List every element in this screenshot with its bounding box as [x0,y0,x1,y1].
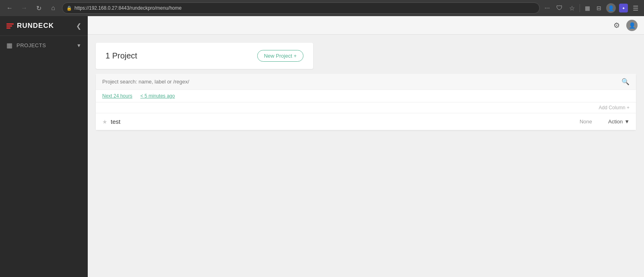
profile-avatar-icon: 👤 [608,5,614,11]
action-label: Action [608,119,623,125]
sidebar-logo: RUNDECK [6,22,54,30]
next-24-hours-label: Next 24 hours [102,93,132,99]
add-column-label: Add Column + [599,105,630,110]
less-5-minutes-label: < 5 minutes ago [140,93,175,99]
browser-chrome: ← → ↻ ⌂ 🔒 https://192.168.0.27:8443/rund… [0,0,644,16]
user-avatar-icon: 👤 [629,22,636,29]
bookmark-button[interactable]: ☆ [568,4,576,13]
main-content: 1 Project New Project + 🔍 Next 24 hours [88,35,644,277]
search-button[interactable]: 🔍 [621,78,630,85]
browser-profile-button[interactable]: 👤 [606,3,616,13]
app-container: RUNDECK ❮ ▦ PROJECTS ▼ ⚙ 👤 1 Project New… [0,16,644,277]
filter-row: Next 24 hours < 5 minutes ago [96,90,636,102]
action-arrow-icon: ▼ [624,119,630,125]
project-header-card: 1 Project New Project + [96,43,313,69]
menu-button[interactable]: ☰ [631,4,640,13]
projects-label: PROJECTS [17,42,46,48]
table-row: ★ test None Action ▼ [96,113,636,130]
back-button[interactable]: ← [4,2,15,14]
sidebar: RUNDECK ❮ ▦ PROJECTS ▼ [0,16,88,277]
logo-line-3 [6,27,10,29]
logo-text: RUNDECK [17,22,54,30]
split-view-button[interactable]: ⊟ [595,4,603,12]
add-column-row: Add Column + [96,102,636,113]
extension-icon: ✦ [622,6,625,10]
project-list-container: 🔍 Next 24 hours < 5 minutes ago Add Colu… [96,74,636,130]
new-project-button[interactable]: New Project + [257,50,303,62]
sidebar-collapse-button[interactable]: ❮ [76,22,81,30]
project-count-title: 1 Project [105,51,137,60]
project-search-input[interactable] [102,79,621,85]
project-name[interactable]: test [111,118,580,125]
extensions-grid-button[interactable]: ▦ [583,4,592,12]
forward-button[interactable]: → [19,2,30,14]
next-24-hours-filter[interactable]: Next 24 hours [102,93,132,99]
sidebar-header: RUNDECK ❮ [0,16,88,36]
topbar: ⚙ 👤 [88,16,644,35]
address-bar[interactable]: 🔒 https://192.168.0.27:8443/rundeckpro/m… [62,2,540,14]
home-button[interactable]: ⌂ [47,2,59,14]
projects-icon: ▦ [6,42,12,49]
settings-button[interactable]: ⚙ [612,19,621,31]
add-column-button[interactable]: Add Column + [599,105,630,110]
rundeck-logo-icon [6,23,14,29]
browser-right-icons: ··· 🛡 ☆ ▦ ⊟ 👤 ✦ ☰ [543,3,640,13]
more-button[interactable]: ··· [543,4,551,12]
user-menu-button[interactable]: 👤 [626,20,638,31]
projects-arrow-icon: ▼ [76,43,81,48]
new-project-label: New Project + [264,53,297,59]
search-row: 🔍 [96,74,636,90]
shield-button[interactable]: 🛡 [555,4,564,12]
extension-button[interactable]: ✦ [619,4,628,12]
url-text: https://192.168.0.27:8443/rundeckpro/men… [74,5,182,11]
action-button[interactable]: Action ▼ [608,119,630,125]
project-status: None [580,119,592,125]
star-icon[interactable]: ★ [102,119,107,125]
logo-line-2 [6,25,12,27]
logo-line-1 [6,23,14,25]
reload-button[interactable]: ↻ [33,2,44,14]
less-5-minutes-filter[interactable]: < 5 minutes ago [140,93,175,99]
lock-icon: 🔒 [66,6,72,11]
right-panel: ⚙ 👤 1 Project New Project + 🔍 [88,16,644,277]
sidebar-item-projects[interactable]: ▦ PROJECTS ▼ [0,36,88,55]
